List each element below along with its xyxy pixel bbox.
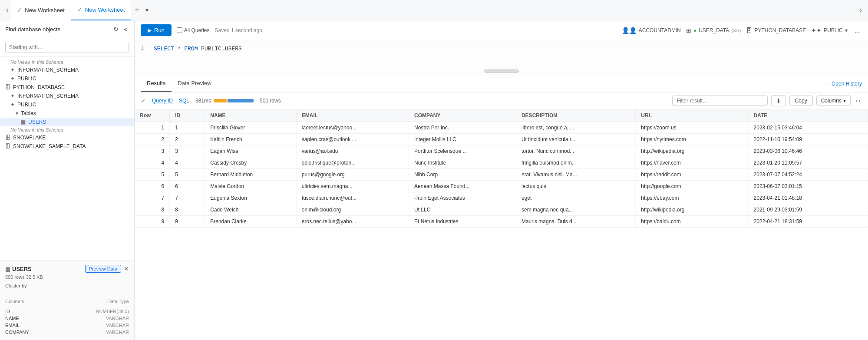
sidebar-item-snowflake-sample[interactable]: 🗄 SNOWFLAKE_SAMPLE_DATA — [0, 142, 134, 151]
cell-row: 9 — [135, 216, 170, 228]
cell-description: Ut tincidunt vehicula r... — [516, 134, 635, 145]
table-row[interactable]: 4 4 Cassidy Crosby odio.tristique@proton… — [135, 157, 868, 169]
sql-star: * — [178, 46, 185, 52]
col-header-date: DATE — [748, 109, 868, 122]
sidebar-item-information-schema-1[interactable]: ✦ INFORMATION_SCHEMA — [0, 66, 134, 74]
sql-link[interactable]: SQL — [179, 98, 189, 104]
tab-bar: ‹ ✓ New Worksheet ✓ New Worksheet + ▾ › — [0, 0, 868, 20]
tab-1[interactable]: ✓ New Worksheet — [11, 0, 71, 20]
search-input[interactable] — [5, 42, 129, 53]
query-info-bar: ✓ Query ID SQL 381ms 500 rows ⬇ — [135, 92, 868, 109]
timing-ms: 381ms — [195, 98, 211, 104]
preview-close-button[interactable]: ✕ — [124, 265, 129, 272]
run-button[interactable]: ▶ Run — [141, 24, 172, 36]
table-row[interactable]: 8 8 Cade Welch enim@icloud.org Ut LLC se… — [135, 204, 868, 216]
cell-email: sapien.cras@outlook.... — [296, 134, 409, 145]
copy-button[interactable]: Copy — [789, 96, 813, 106]
query-info-right: ⬇ Copy Columns ▾ ↔ — [672, 95, 862, 106]
sidebar-refresh-button[interactable]: ↻ — [112, 25, 120, 33]
tab-add-button[interactable]: + — [131, 4, 143, 17]
table-row[interactable]: 1 1 Priscilla Glover laoreet.lectus@yaho… — [135, 122, 868, 134]
sidebar-item-public-1[interactable]: ✦ PUBLIC — [0, 74, 134, 83]
all-queries-checkbox[interactable] — [177, 27, 182, 33]
cell-description: Mauris magna. Duis d... — [516, 216, 635, 228]
columns-button[interactable]: Columns ▾ — [816, 96, 851, 106]
columns-header: Columns Data Type — [5, 299, 129, 306]
sidebar-item-snowflake[interactable]: 🗄 SNOWFLAKE — [0, 133, 134, 142]
cell-description: sem magna nec qua... — [516, 204, 635, 216]
cell-company: Ut LLC — [409, 204, 516, 216]
table-row[interactable]: 2 2 Kaitlin French sapien.cras@outlook..… — [135, 134, 868, 145]
column-type: VARCHAR — [106, 330, 129, 335]
cell-date: 2023-07-07 04:52:24 — [748, 169, 868, 181]
warehouse-item[interactable]: ⊞ ● USER_DATA (XS) — [686, 27, 741, 34]
cell-description: tortor. Nunc commod... — [516, 145, 635, 157]
tab-data-preview[interactable]: Data Preview — [172, 76, 217, 92]
sql-table-ref: PUBLIC.USERS — [201, 46, 242, 52]
sidebar-item-information-schema-2[interactable]: ✦ INFORMATION_SCHEMA — [0, 92, 134, 100]
tab-dropdown-button[interactable]: ▾ — [143, 5, 151, 15]
column-row: EMAILVARCHAR — [5, 322, 129, 329]
columns-dropdown-icon: ▾ — [843, 98, 846, 104]
sidebar-collapse-button[interactable]: « — [122, 25, 129, 33]
cell-description: fringilla euismod enim. — [516, 157, 635, 169]
table-row[interactable]: 7 7 Eugenia Sexton fusce.diam.nunc@out..… — [135, 192, 868, 204]
cell-name: Kaitlin French — [205, 134, 297, 145]
cell-date: 2023-01-20 11:09:57 — [748, 157, 868, 169]
cell-name: Eagan Wise — [205, 145, 297, 157]
tab-next-button[interactable]: › — [857, 4, 865, 16]
schema-label: PUBLIC — [824, 27, 842, 33]
schema-toolbar-icon: ✦✦ — [811, 27, 822, 34]
query-id-link[interactable]: Query ID — [152, 98, 173, 104]
sidebar-item-users-table[interactable]: ▦ USERS — [0, 118, 134, 126]
cell-date: 2023-04-21 01:48:18 — [748, 192, 868, 204]
column-type: VARCHAR — [106, 316, 129, 321]
download-button[interactable]: ⬇ — [771, 95, 786, 106]
filter-input[interactable] — [672, 96, 768, 106]
timing-seg-orange — [214, 99, 227, 102]
sidebar-item-tables-folder[interactable]: ▾ Tables — [0, 109, 134, 118]
database-item[interactable]: 🗄 PYTHON_DATABASE — [746, 27, 806, 34]
sql-editor[interactable]: 1 SELECT * FROM PUBLIC.USERS — [135, 40, 868, 75]
table-row[interactable]: 3 3 Eagan Wise varius@aol.edu Porttitor … — [135, 145, 868, 157]
tab-results[interactable]: Results — [141, 76, 172, 92]
cell-name: Cassidy Crosby — [205, 157, 297, 169]
cell-url: https://nytimes.com — [636, 134, 748, 145]
table-row[interactable]: 6 6 Maisie Gordon ultricies.sem.magna...… — [135, 181, 868, 192]
cell-id: 6 — [170, 181, 205, 192]
col-header-id: ID — [170, 109, 205, 122]
cell-row: 2 — [135, 134, 170, 145]
table-row[interactable]: 5 5 Bernard Middleton purus@google.org N… — [135, 169, 868, 181]
cell-email: enim@icloud.org — [296, 204, 409, 216]
tab-prev-button[interactable]: ‹ — [3, 4, 11, 16]
preview-data-button[interactable]: Preview Data — [85, 265, 121, 273]
cell-company: Aenean Massa Found... — [409, 181, 516, 192]
sql-horizontal-scrollbar[interactable] — [484, 69, 519, 73]
cell-row: 3 — [135, 145, 170, 157]
cell-date: 2022-04-21 18:31:59 — [748, 216, 868, 228]
table-row[interactable]: 9 9 Brendan Clarke eros.nec.tellus@yaho.… — [135, 216, 868, 228]
sidebar-item-public-2[interactable]: ✦ PUBLIC — [0, 100, 134, 109]
open-history-button[interactable]: ← Open History — [825, 81, 862, 87]
tab-2-label: New Worksheet — [85, 7, 125, 13]
col-header-email: EMAIL — [296, 109, 409, 122]
warehouse-size: (XS) — [731, 28, 741, 33]
tab-2-check-icon: ✓ — [77, 6, 83, 13]
more-options-button[interactable]: ... — [853, 26, 862, 35]
cell-name: Brendan Clarke — [205, 216, 297, 228]
schema-icon-2: ✦ — [10, 76, 15, 82]
expand-button[interactable]: ↔ — [854, 96, 862, 106]
column-name: EMAIL — [5, 323, 20, 328]
schema-item[interactable]: ✦✦ PUBLIC ▾ — [811, 27, 847, 34]
all-queries-checkbox-label[interactable]: All Queries — [177, 27, 210, 33]
timing-seg-blue — [228, 99, 254, 102]
query-success-icon: ✓ — [141, 97, 146, 104]
sidebar-item-python-database[interactable]: 🗄 PYTHON_DATABASE — [0, 83, 134, 92]
query-info-left: ✓ Query ID SQL 381ms 500 rows — [141, 97, 281, 104]
tab-1-label: New Worksheet — [25, 7, 65, 13]
cell-url: http://wikipedia.org — [636, 204, 748, 216]
cell-id: 1 — [170, 122, 205, 134]
tab-2[interactable]: ✓ New Worksheet — [71, 0, 132, 20]
cell-id: 8 — [170, 204, 205, 216]
database-toolbar-icon: 🗄 — [746, 27, 752, 34]
